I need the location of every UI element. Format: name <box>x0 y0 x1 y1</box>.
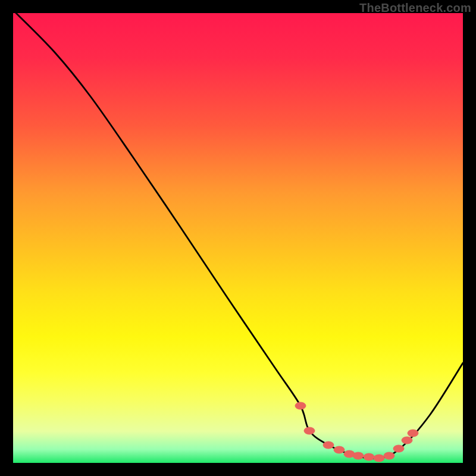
chart-svg <box>13 13 463 463</box>
bottleneck-curve <box>16 13 463 459</box>
marker-dot <box>304 427 315 434</box>
gradient-plot-area <box>13 13 463 463</box>
curve-markers <box>295 402 418 462</box>
marker-dot <box>323 441 334 449</box>
marker-dot <box>364 453 374 461</box>
marker-dot <box>402 437 412 444</box>
marker-dot <box>374 455 384 462</box>
marker-dot <box>295 402 306 409</box>
marker-dot <box>353 452 364 459</box>
marker-dot <box>393 445 404 452</box>
marker-dot <box>334 446 345 453</box>
watermark-label: TheBottleneck.com <box>359 1 471 15</box>
marker-dot <box>408 430 418 437</box>
marker-dot <box>384 452 394 459</box>
